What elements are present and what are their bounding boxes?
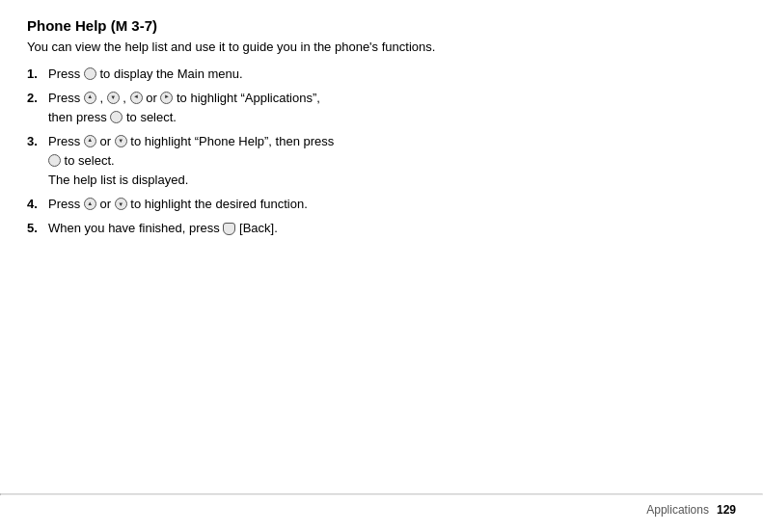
step-4-text-after: to highlight the desired function. — [130, 197, 308, 211]
step-4-down-icon — [115, 198, 127, 210]
step-4-up-icon — [84, 198, 96, 210]
step-2-number: 2. — [27, 89, 48, 108]
intro-paragraph: You can view the help list and use it to… — [27, 38, 475, 57]
step-1-text-after: to display the Main menu. — [99, 66, 242, 81]
step-5: 5. When you have finished, press [Back]. — [27, 219, 475, 238]
step-2-text-after: to highlight “Applications”, — [177, 91, 320, 105]
step-3-down-icon — [115, 135, 127, 147]
up-arrow-icon — [84, 92, 96, 104]
step-3-subline: to select. — [48, 151, 475, 171]
footer-section-label: Applications — [646, 503, 709, 517]
step-3-text-before: Press — [48, 134, 84, 148]
step-4-number: 4. — [27, 195, 48, 214]
footer-divider — [0, 493, 763, 495]
title-suffix: (M 3-7) — [107, 17, 158, 34]
step-3-text-after: to highlight “Phone Help”, then press — [130, 134, 334, 148]
step-2: 2. Press , , or to highlight “Applicatio… — [27, 89, 475, 127]
step-2-comma2: , — [123, 91, 129, 105]
step-1-content: Press to display the Main menu. — [48, 65, 475, 84]
step-5-text-before: When you have finished, press — [48, 221, 223, 235]
step-4: 4. Press or to highlight the desired fun… — [27, 195, 475, 214]
step-3-or: or — [99, 134, 114, 148]
footer-page-number: 129 — [717, 503, 736, 517]
select-button-icon-3 — [48, 154, 61, 167]
title-text: Phone Help — [27, 17, 107, 34]
main-menu-button-icon — [84, 67, 96, 80]
step-4-text-before: Press — [48, 197, 84, 211]
step-3-help-displayed: The help list is displayed. — [48, 171, 475, 190]
step-5-text-after: [Back]. — [239, 221, 278, 235]
step-1: 1. Press to display the Main menu. — [27, 65, 475, 84]
step-3: 3. Press or to highlight “Phone Help”, t… — [27, 132, 475, 190]
step-4-content: Press or to highlight the desired functi… — [48, 195, 475, 214]
step-2-text-before: Press — [48, 91, 84, 105]
step-2-subline: then press to select. — [48, 108, 475, 127]
step-1-text-before: Press — [48, 66, 80, 81]
step-5-content: When you have finished, press [Back]. — [48, 219, 475, 238]
step-1-number: 1. — [27, 65, 48, 84]
left-arrow-icon — [130, 92, 143, 104]
step-2-or: or — [146, 91, 160, 105]
step-3-up-icon — [84, 135, 96, 147]
page-title: Phone Help (M 3-7) — [27, 17, 475, 34]
step-2-comma1: , — [99, 91, 106, 105]
step-3-content: Press or to highlight “Phone Help”, then… — [48, 132, 475, 190]
step-3-number: 3. — [27, 132, 48, 151]
select-button-icon-2 — [110, 111, 123, 123]
steps-list: 1. Press to display the Main menu. 2. Pr… — [27, 65, 475, 239]
right-arrow-icon — [160, 92, 173, 104]
step-2-content: Press , , or to highlight “Applications”… — [48, 89, 475, 127]
step-4-or: or — [99, 197, 114, 211]
step-5-number: 5. — [27, 219, 48, 238]
footer: Applications 129 — [646, 503, 736, 517]
page-content: Phone Help (M 3-7) You can view the help… — [0, 0, 502, 261]
back-key-icon — [223, 223, 235, 235]
down-arrow-icon — [107, 92, 120, 104]
